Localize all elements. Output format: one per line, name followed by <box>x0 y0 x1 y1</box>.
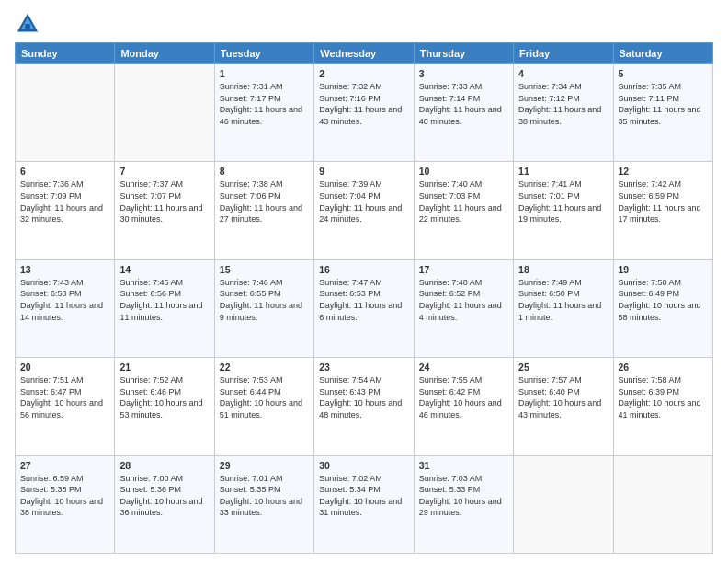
calendar-cell <box>613 455 712 553</box>
day-info: Sunrise: 7:51 AMSunset: 6:47 PMDaylight:… <box>20 374 109 420</box>
week-row-3: 13Sunrise: 7:43 AMSunset: 6:58 PMDayligh… <box>16 259 713 357</box>
day-info: Sunrise: 7:54 AMSunset: 6:43 PMDaylight:… <box>319 374 408 420</box>
sunset-text: Sunset: 6:59 PM <box>619 190 708 202</box>
daylight-text: Daylight: 10 hours and 41 minutes. <box>619 397 708 420</box>
sunset-text: Sunset: 7:14 PM <box>419 93 508 105</box>
header <box>15 11 713 37</box>
day-number: 5 <box>619 68 708 79</box>
day-info: Sunrise: 7:33 AMSunset: 7:14 PMDaylight:… <box>419 81 508 127</box>
calendar-cell: 22Sunrise: 7:53 AMSunset: 6:44 PMDayligh… <box>214 358 313 455</box>
sunset-text: Sunset: 7:09 PM <box>20 190 109 202</box>
day-info: Sunrise: 7:47 AMSunset: 6:53 PMDaylight:… <box>319 277 408 323</box>
calendar-cell: 21Sunrise: 7:52 AMSunset: 6:46 PMDayligh… <box>115 358 214 455</box>
sunrise-text: Sunrise: 7:41 AM <box>518 178 608 190</box>
calendar-table: SundayMondayTuesdayWednesdayThursdayFrid… <box>15 42 713 554</box>
sunrise-text: Sunrise: 7:47 AM <box>319 277 408 289</box>
day-number: 25 <box>518 362 608 373</box>
sunrise-text: Sunrise: 7:43 AM <box>20 277 109 289</box>
day-number: 24 <box>419 362 508 373</box>
sunset-text: Sunset: 6:50 PM <box>518 288 608 300</box>
sunrise-text: Sunrise: 7:35 AM <box>619 81 708 93</box>
day-number: 30 <box>319 460 408 471</box>
day-info: Sunrise: 7:39 AMSunset: 7:04 PMDaylight:… <box>319 178 408 224</box>
day-number: 26 <box>619 362 708 373</box>
daylight-text: Daylight: 11 hours and 6 minutes. <box>319 300 408 323</box>
day-number: 11 <box>518 166 608 177</box>
sunrise-text: Sunrise: 7:46 AM <box>220 277 309 289</box>
day-number: 22 <box>220 362 309 373</box>
day-number: 10 <box>419 166 508 177</box>
logo-icon <box>15 11 40 37</box>
day-info: Sunrise: 7:52 AMSunset: 6:46 PMDaylight:… <box>119 374 209 420</box>
calendar-body: 1Sunrise: 7:31 AMSunset: 7:17 PMDaylight… <box>16 64 713 554</box>
daylight-text: Daylight: 10 hours and 51 minutes. <box>220 397 309 420</box>
sunrise-text: Sunrise: 7:31 AM <box>220 81 309 93</box>
day-info: Sunrise: 7:03 AMSunset: 5:33 PMDaylight:… <box>419 473 508 519</box>
sunset-text: Sunset: 7:07 PM <box>119 190 209 202</box>
sunrise-text: Sunrise: 7:49 AM <box>518 277 608 289</box>
day-number: 6 <box>20 166 109 177</box>
day-number: 21 <box>119 362 209 373</box>
sunset-text: Sunset: 7:11 PM <box>619 93 708 105</box>
daylight-text: Daylight: 11 hours and 24 minutes. <box>319 202 408 225</box>
sunset-text: Sunset: 6:55 PM <box>220 288 309 300</box>
day-number: 8 <box>220 166 309 177</box>
calendar-cell: 8Sunrise: 7:38 AMSunset: 7:06 PMDaylight… <box>214 162 313 259</box>
day-info: Sunrise: 7:46 AMSunset: 6:55 PMDaylight:… <box>220 277 309 323</box>
sunset-text: Sunset: 7:04 PM <box>319 190 408 202</box>
sunset-text: Sunset: 6:39 PM <box>619 386 708 398</box>
weekday-header-thursday: Thursday <box>414 43 513 64</box>
calendar-cell: 27Sunrise: 6:59 AMSunset: 5:38 PMDayligh… <box>16 455 115 553</box>
calendar-cell: 14Sunrise: 7:45 AMSunset: 6:56 PMDayligh… <box>115 259 214 357</box>
sunset-text: Sunset: 5:38 PM <box>20 484 109 496</box>
sunrise-text: Sunrise: 7:38 AM <box>220 178 309 190</box>
daylight-text: Daylight: 10 hours and 33 minutes. <box>220 496 309 519</box>
daylight-text: Daylight: 11 hours and 35 minutes. <box>619 104 708 127</box>
sunrise-text: Sunrise: 7:58 AM <box>619 374 708 386</box>
day-number: 9 <box>319 166 408 177</box>
sunrise-text: Sunrise: 7:03 AM <box>419 473 508 485</box>
calendar-cell: 1Sunrise: 7:31 AMSunset: 7:17 PMDaylight… <box>214 64 313 162</box>
daylight-text: Daylight: 11 hours and 1 minute. <box>518 300 608 323</box>
day-number: 12 <box>619 166 708 177</box>
weekday-header-monday: Monday <box>115 43 214 64</box>
day-number: 23 <box>319 362 408 373</box>
sunrise-text: Sunrise: 7:48 AM <box>419 277 508 289</box>
sunset-text: Sunset: 7:16 PM <box>319 93 408 105</box>
daylight-text: Daylight: 11 hours and 32 minutes. <box>20 202 109 225</box>
daylight-text: Daylight: 10 hours and 48 minutes. <box>319 397 408 420</box>
weekday-header-wednesday: Wednesday <box>314 43 414 64</box>
sunset-text: Sunset: 6:40 PM <box>518 386 608 398</box>
day-info: Sunrise: 7:31 AMSunset: 7:17 PMDaylight:… <box>220 81 309 127</box>
sunset-text: Sunset: 6:58 PM <box>20 288 109 300</box>
sunrise-text: Sunrise: 7:34 AM <box>518 81 608 93</box>
sunset-text: Sunset: 5:36 PM <box>119 484 209 496</box>
daylight-text: Daylight: 10 hours and 36 minutes. <box>119 496 209 519</box>
calendar-cell: 4Sunrise: 7:34 AMSunset: 7:12 PMDaylight… <box>514 64 613 162</box>
day-info: Sunrise: 7:42 AMSunset: 6:59 PMDaylight:… <box>619 178 708 224</box>
day-number: 14 <box>119 264 209 275</box>
calendar-cell: 9Sunrise: 7:39 AMSunset: 7:04 PMDaylight… <box>314 162 414 259</box>
calendar-cell: 26Sunrise: 7:58 AMSunset: 6:39 PMDayligh… <box>613 358 712 455</box>
day-number: 28 <box>119 460 209 471</box>
sunrise-text: Sunrise: 6:59 AM <box>20 473 109 485</box>
day-info: Sunrise: 7:55 AMSunset: 6:42 PMDaylight:… <box>419 374 508 420</box>
sunrise-text: Sunrise: 7:55 AM <box>419 374 508 386</box>
daylight-text: Daylight: 10 hours and 53 minutes. <box>119 397 209 420</box>
sunset-text: Sunset: 6:46 PM <box>119 386 209 398</box>
day-info: Sunrise: 7:49 AMSunset: 6:50 PMDaylight:… <box>518 277 608 323</box>
day-info: Sunrise: 7:32 AMSunset: 7:16 PMDaylight:… <box>319 81 408 127</box>
sunset-text: Sunset: 6:43 PM <box>319 386 408 398</box>
daylight-text: Daylight: 11 hours and 14 minutes. <box>20 300 109 323</box>
daylight-text: Daylight: 11 hours and 40 minutes. <box>419 104 508 127</box>
weekday-row: SundayMondayTuesdayWednesdayThursdayFrid… <box>16 43 713 64</box>
week-row-4: 20Sunrise: 7:51 AMSunset: 6:47 PMDayligh… <box>16 358 713 455</box>
sunset-text: Sunset: 6:53 PM <box>319 288 408 300</box>
day-number: 1 <box>220 68 309 79</box>
sunrise-text: Sunrise: 7:52 AM <box>119 374 209 386</box>
calendar-cell: 12Sunrise: 7:42 AMSunset: 6:59 PMDayligh… <box>613 162 712 259</box>
day-number: 7 <box>119 166 209 177</box>
calendar-cell: 29Sunrise: 7:01 AMSunset: 5:35 PMDayligh… <box>214 455 313 553</box>
daylight-text: Daylight: 11 hours and 46 minutes. <box>220 104 309 127</box>
sunrise-text: Sunrise: 7:40 AM <box>419 178 508 190</box>
